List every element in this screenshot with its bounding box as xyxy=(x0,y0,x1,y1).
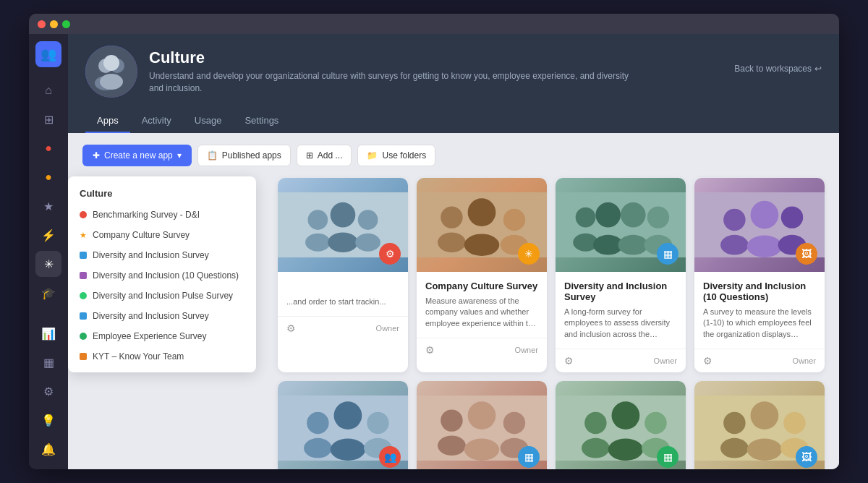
home-icon: ⌂ xyxy=(45,84,52,97)
app-logo[interactable]: 👥 xyxy=(35,41,61,67)
svg-point-12 xyxy=(358,210,378,230)
app-card-placeholder[interactable]: ⚙ ...and order to start trackin... ⚙ Own… xyxy=(278,178,408,372)
published-icon: 📋 xyxy=(207,150,218,161)
published-apps-button[interactable]: 📋 Published apps xyxy=(197,145,291,166)
sidebar-item-chart[interactable]: 📊 xyxy=(35,320,61,346)
tab-activity[interactable]: Activity xyxy=(130,109,183,133)
grid-icon: ⊞ xyxy=(44,113,54,127)
card-body-1: ...and order to start trackin... xyxy=(278,272,408,316)
folders-button[interactable]: 📁 Use folders xyxy=(357,145,435,166)
tab-usage[interactable]: Usage xyxy=(183,109,234,133)
page-description: Understand and develop your organization… xyxy=(149,70,641,95)
app-grid: ⚙ ...and order to start trackin... ⚙ Own… xyxy=(278,178,825,469)
card-owner-1: Owner xyxy=(376,324,399,333)
app-card-diversity-survey[interactable]: ▦ Diversity and Inclusion Survey A long-… xyxy=(556,178,686,372)
header-top: Culture Understand and develop your orga… xyxy=(85,46,822,98)
person-red-icon: ● xyxy=(45,142,52,155)
svg-point-24 xyxy=(595,202,621,228)
dropdown-item-benchmarking[interactable]: Benchmarking Survey - D&I xyxy=(68,205,256,225)
svg-point-16 xyxy=(438,232,466,252)
back-icon: ↩ xyxy=(814,64,822,74)
sidebar-item-person-yellow[interactable]: ● xyxy=(35,164,61,190)
page-title: Culture xyxy=(149,48,641,67)
sidebar-item-asterisk[interactable]: ✳ xyxy=(35,251,61,277)
card-desc-1: ...and order to start trackin... xyxy=(286,296,399,307)
sidebar-item-lightbulb[interactable]: 💡 xyxy=(35,407,61,433)
sidebar-item-bell[interactable]: 🔔 xyxy=(35,436,61,462)
app-card-8[interactable]: 🖼 ⚙ Owner xyxy=(694,381,825,469)
app-card-diversity-10[interactable]: 🖼 Diversity and Inclusion (10 Questions)… xyxy=(694,178,825,372)
svg-point-56 xyxy=(644,412,666,434)
app-card-6[interactable]: ▦ ⚙ Owner xyxy=(417,381,547,469)
content-area: ✚ Create a new app ▾ 📋 Published apps ⊞ … xyxy=(68,133,839,469)
sidebar: 👥 ⌂ ⊞ ● ● ★ ⚡ ✳ 🎓 xyxy=(29,34,68,469)
sidebar-item-home[interactable]: ⌂ xyxy=(35,77,61,103)
card-settings-3[interactable]: ⚙ xyxy=(564,355,574,367)
card-footer-2: ⚙ Owner xyxy=(417,338,547,362)
card-desc-4: A survey to measure the levels (1-10) to… xyxy=(703,307,816,340)
chevron-down-icon: ▾ xyxy=(177,150,182,161)
sidebar-item-table[interactable]: ▦ xyxy=(35,349,61,375)
create-app-button[interactable]: ✚ Create a new app ▾ xyxy=(82,145,192,166)
card-badge-1: ⚙ xyxy=(379,243,401,265)
svg-point-11 xyxy=(328,232,358,252)
card-desc-3: A long-form survey for employees to asse… xyxy=(564,307,677,340)
card-badge-3: ▦ xyxy=(657,243,678,265)
sidebar-item-person-red[interactable]: ● xyxy=(35,135,61,161)
card-footer-4: ⚙ Owner xyxy=(694,349,825,372)
svg-point-45 xyxy=(441,410,462,432)
dropdown-item-diversity-pulse[interactable]: Diversity and Inclusion Pulse Survey xyxy=(68,286,256,306)
card-settings-2[interactable]: ⚙ xyxy=(425,344,435,356)
svg-point-34 xyxy=(747,236,782,257)
dropdown-item-label: Diversity and Inclusion Survey xyxy=(93,250,209,260)
sidebar-item-settings[interactable]: ⚙ xyxy=(35,378,61,404)
asterisk-icon: ✳ xyxy=(44,257,54,271)
dropdown-dot-green xyxy=(80,292,87,299)
svg-point-47 xyxy=(468,401,496,429)
card-body-4: Diversity and Inclusion (10 Questions) A… xyxy=(694,272,825,349)
tab-apps[interactable]: Apps xyxy=(85,109,130,133)
svg-point-9 xyxy=(305,234,331,252)
dropdown-item-label: Diversity and Inclusion (10 Questions) xyxy=(93,270,239,281)
svg-point-48 xyxy=(464,439,499,461)
sidebar-item-bolt[interactable]: ⚡ xyxy=(35,222,61,248)
card-settings-1[interactable]: ⚙ xyxy=(286,322,296,334)
sidebar-item-grid[interactable]: ⊞ xyxy=(35,106,61,132)
svg-point-18 xyxy=(464,234,499,255)
dropdown-item-company-culture[interactable]: ★ Company Culture Survey xyxy=(68,225,256,245)
add-button[interactable]: ⊞ Add ... xyxy=(297,145,352,166)
sidebar-item-star[interactable]: ★ xyxy=(35,193,61,219)
back-to-workspaces-button[interactable]: Back to workspaces ↩ xyxy=(734,64,822,80)
dropdown-item-employee-exp[interactable]: Employee Experience Survey xyxy=(68,326,256,346)
person-yellow-icon: ● xyxy=(45,171,52,184)
dropdown-square-blue2 xyxy=(80,312,87,320)
card-owner-4: Owner xyxy=(793,356,816,365)
add-label: Add ... xyxy=(318,150,343,161)
dropdown-menu: Culture Benchmarking Survey - D&I ★ Comp… xyxy=(68,176,256,372)
app-card-7[interactable]: ▦ ⚙ Owner xyxy=(556,381,686,469)
main-content: Culture Understand and develop your orga… xyxy=(68,34,839,469)
dropdown-item-diversity1[interactable]: Diversity and Inclusion Survey xyxy=(68,245,256,265)
maximize-button[interactable] xyxy=(62,20,70,28)
svg-point-6 xyxy=(100,74,123,90)
dropdown-item-diversity2[interactable]: Diversity and Inclusion Survey xyxy=(68,306,256,326)
app-card-5[interactable]: 👥 ⚙ Owner xyxy=(278,381,408,469)
app-card-company-culture[interactable]: ✳ Company Culture Survey Measure awarene… xyxy=(417,178,547,372)
sidebar-item-graduate[interactable]: 🎓 xyxy=(35,280,61,306)
close-button[interactable] xyxy=(38,20,46,28)
app-body: 👥 ⌂ ⊞ ● ● ★ ⚡ ✳ 🎓 xyxy=(29,34,839,469)
add-icon: ⊞ xyxy=(306,150,313,161)
svg-point-8 xyxy=(308,210,328,230)
graduate-icon: 🎓 xyxy=(41,286,56,300)
dropdown-item-kyt[interactable]: KYT – Know Your Team xyxy=(68,346,256,367)
card-title-4: Diversity and Inclusion (10 Questions) xyxy=(703,281,816,302)
card-owner-3: Owner xyxy=(654,356,677,365)
dropdown-item-diversity-10[interactable]: Diversity and Inclusion (10 Questions) xyxy=(68,265,256,286)
card-settings-4[interactable]: ⚙ xyxy=(703,355,712,367)
dropdown-square-orange xyxy=(80,353,87,360)
card-owner-2: Owner xyxy=(515,346,538,354)
minimize-button[interactable] xyxy=(50,20,58,28)
tab-settings[interactable]: Settings xyxy=(233,109,290,133)
titlebar xyxy=(29,14,839,34)
dropdown-item-label: Diversity and Inclusion Survey xyxy=(93,311,209,321)
